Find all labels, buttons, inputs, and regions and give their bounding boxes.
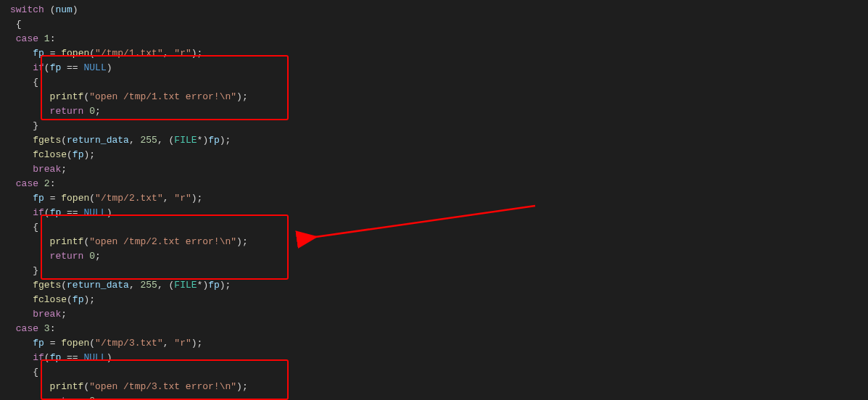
- kw-if-2: if: [33, 207, 44, 218]
- num-1: 1: [44, 33, 50, 44]
- str-err-3: "open /tmp/3.txt error!\n": [89, 381, 236, 392]
- var-fp-chk-2: fp: [50, 207, 62, 218]
- kw-return-1: return: [50, 106, 84, 117]
- num-zero-2: 0: [89, 251, 95, 262]
- str-path-2: "/tmp/2.txt": [95, 193, 163, 204]
- var-fp-close-2: fp: [73, 294, 84, 305]
- code-editor[interactable]: switch (num) { case 1: fp = fopen("/tmp/…: [10, 3, 868, 400]
- str-mode-3: "r": [174, 338, 191, 349]
- var-fp-1: fp: [50, 62, 62, 73]
- fn-fopen-1: fopen: [61, 48, 89, 59]
- kw-break-2: break: [33, 309, 61, 320]
- fn-fopen-3: fopen: [61, 338, 89, 349]
- var-retdata-1: return_data: [67, 135, 129, 146]
- var-num: num: [55, 4, 72, 15]
- var-fp-2: fp: [33, 193, 44, 204]
- kw-null-3: NULL: [83, 352, 106, 363]
- str-mode-2: "r": [174, 193, 191, 204]
- kw-return-3: return: [50, 396, 84, 400]
- var-fp-cast-2: fp: [208, 280, 220, 291]
- str-err-2: "open /tmp/2.txt error!\n": [89, 236, 236, 247]
- str-mode-1: "r": [174, 48, 191, 59]
- num-3: 3: [44, 323, 50, 334]
- kw-case-1: case: [16, 33, 38, 44]
- fn-fclose-2: fclose: [33, 294, 67, 305]
- kw-case-3: case: [16, 323, 38, 334]
- var-fp: fp: [33, 48, 44, 59]
- var-retdata-2: return_data: [67, 280, 129, 291]
- kw-if-3: if: [33, 352, 44, 363]
- fn-fclose-1: fclose: [33, 149, 67, 160]
- var-fp-chk-3: fp: [50, 352, 62, 363]
- var-fp-close-1: fp: [73, 149, 84, 160]
- kw-if-1: if: [33, 62, 44, 73]
- fn-fopen-2: fopen: [61, 193, 89, 204]
- kw-null-2: NULL: [83, 207, 106, 218]
- fn-fgets-2: fgets: [33, 280, 61, 291]
- fn-printf-3: printf: [50, 381, 84, 392]
- fn-printf-1: printf: [50, 91, 84, 102]
- kw-return-2: return: [50, 251, 84, 262]
- var-fp-cast-1: fp: [208, 135, 220, 146]
- str-path-1: "/tmp/1.txt": [95, 48, 163, 59]
- str-path-3: "/tmp/3.txt": [95, 338, 163, 349]
- num-zero-1: 0: [89, 106, 95, 117]
- num-255-1: 255: [141, 135, 157, 146]
- str-err-1: "open /tmp/1.txt error!\n": [89, 91, 236, 102]
- num-zero-3: 0: [89, 396, 95, 400]
- type-file-1: FILE: [174, 135, 197, 146]
- kw-break-1: break: [33, 164, 61, 175]
- fn-fgets-1: fgets: [33, 135, 61, 146]
- num-255-2: 255: [141, 280, 157, 291]
- kw-switch: switch: [10, 4, 44, 15]
- type-file-2: FILE: [174, 280, 197, 291]
- var-fp-3: fp: [33, 338, 44, 349]
- fn-printf-2: printf: [50, 236, 84, 247]
- kw-null-1: NULL: [83, 62, 106, 73]
- num-2: 2: [44, 178, 50, 189]
- kw-case-2: case: [16, 178, 38, 189]
